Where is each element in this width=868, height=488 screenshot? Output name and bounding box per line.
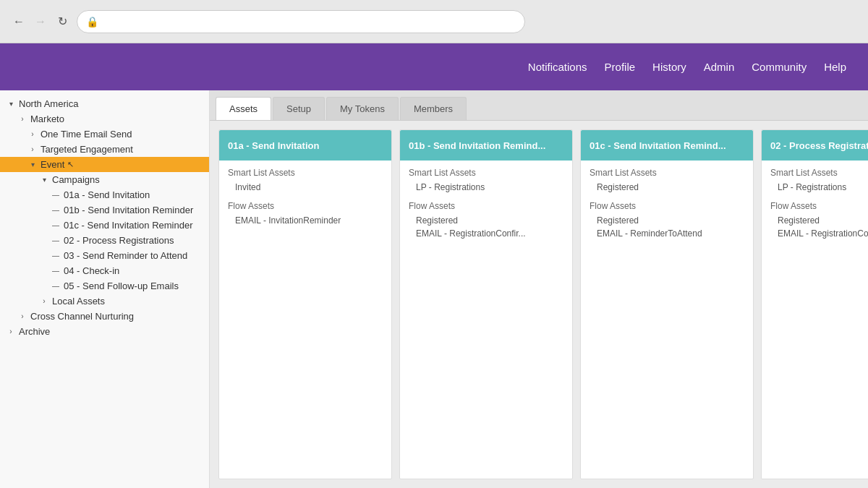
tab-members[interactable]: Members xyxy=(400,97,467,120)
app-header: NotificationsProfileHistoryAdminCommunit… xyxy=(0,43,868,90)
sidebar-label-01b: 01b - Send Invitation Reminder xyxy=(64,205,193,215)
toggle-icon-one-time-email: › xyxy=(27,129,38,140)
sidebar-item-03[interactable]: —03 - Send Reminder to Attend xyxy=(0,248,209,263)
card-item: EMAIL - InvitationReminder xyxy=(228,214,383,227)
card-item: Registered xyxy=(590,214,744,227)
sidebar: ▾North America›Marketo›One Time Email Se… xyxy=(0,90,210,488)
sidebar-item-cross-channel[interactable]: ›Cross Channel Nurturing xyxy=(0,309,209,324)
toggle-icon-cross-channel: › xyxy=(17,312,27,322)
lock-icon: 🔒 xyxy=(86,16,98,27)
card-item: LP - Registrations xyxy=(409,181,563,194)
card-item: LP - Registrations xyxy=(770,181,868,194)
sidebar-item-archive[interactable]: ›Archive xyxy=(0,324,209,339)
toggle-icon-marketo: › xyxy=(17,114,27,124)
sidebar-item-local-assets[interactable]: ›Local Assets xyxy=(0,294,209,309)
card-header-card-01b: 01b - Send Invitation Remind... xyxy=(400,130,572,160)
sidebar-label-01c: 01c - Send Invitation Reminder xyxy=(64,220,192,231)
cards-area: 01a - Send InvitationSmart List AssetsIn… xyxy=(210,121,868,488)
card-header-card-01a: 01a - Send Invitation xyxy=(219,130,391,160)
card-body-card-01a: Smart List AssetsInvitedFlow AssetsEMAIL… xyxy=(219,160,391,234)
header-nav-community[interactable]: Community xyxy=(752,61,807,73)
browser-chrome: ← → ↻ 🔒 xyxy=(0,0,868,43)
header-nav-profile[interactable]: Profile xyxy=(605,61,636,73)
card-card-02: 02 - Process RegistrationSmart List Asse… xyxy=(761,129,868,479)
card-body-card-01b: Smart List AssetsLP - RegistrationsFlow … xyxy=(400,160,572,247)
sidebar-label-local-assets: Local Assets xyxy=(52,296,105,307)
section-title: Smart List Assets xyxy=(409,168,563,178)
tab-setup[interactable]: Setup xyxy=(273,97,325,120)
toggle-icon-event: ▾ xyxy=(27,160,38,170)
sidebar-item-campaigns[interactable]: ▾Campaigns xyxy=(0,172,209,187)
sidebar-item-one-time-email[interactable]: ›One Time Email Send xyxy=(0,127,209,142)
card-card-01a: 01a - Send InvitationSmart List AssetsIn… xyxy=(218,129,392,479)
sidebar-label-cross-channel: Cross Channel Nurturing xyxy=(30,311,134,322)
section-title: Smart List Assets xyxy=(590,168,744,178)
sidebar-label-marketo: Marketo xyxy=(30,114,64,124)
section-title: Flow Assets xyxy=(770,201,868,211)
toggle-icon-03: — xyxy=(51,251,61,261)
content-area: AssetsSetupMy TokensMembers 01a - Send I… xyxy=(210,90,868,488)
url-bar[interactable]: 🔒 xyxy=(77,10,525,33)
main-layout: ▾North America›Marketo›One Time Email Se… xyxy=(0,90,868,488)
sidebar-item-targeted-engagement[interactable]: ›Targeted Engagement xyxy=(0,142,209,157)
sidebar-item-01b[interactable]: —01b - Send Invitation Reminder xyxy=(0,202,209,218)
toggle-icon-targeted-engagement: › xyxy=(27,145,38,155)
sidebar-label-one-time-email: One Time Email Send xyxy=(41,129,132,140)
toggle-icon-01a: — xyxy=(51,190,61,200)
header-nav-admin[interactable]: Admin xyxy=(704,61,735,73)
card-item: Registered xyxy=(409,214,563,227)
card-item: Invited xyxy=(228,181,383,194)
tab-assets[interactable]: Assets xyxy=(216,97,271,120)
forward-button[interactable]: → xyxy=(33,14,48,29)
tab-my-tokens[interactable]: My Tokens xyxy=(326,97,399,120)
sidebar-label-04: 04 - Check-in xyxy=(64,265,119,276)
sidebar-label-archive: Archive xyxy=(19,326,50,337)
card-body-card-01c: Smart List AssetsRegisteredFlow AssetsRe… xyxy=(581,160,753,247)
toggle-icon-05: — xyxy=(51,281,61,291)
toggle-icon-04: — xyxy=(51,266,61,276)
back-button[interactable]: ← xyxy=(12,14,26,29)
card-item: EMAIL - ReminderToAttend xyxy=(590,227,744,240)
tabs-bar: AssetsSetupMy TokensMembers xyxy=(210,90,868,121)
sidebar-item-01c[interactable]: —01c - Send Invitation Reminder xyxy=(0,218,209,233)
sidebar-item-marketo[interactable]: ›Marketo xyxy=(0,111,209,127)
card-header-card-01c: 01c - Send Invitation Remind... xyxy=(581,130,753,160)
sidebar-item-event[interactable]: ▾Event↖ xyxy=(0,157,209,172)
card-card-01b: 01b - Send Invitation Remind...Smart Lis… xyxy=(399,129,573,479)
section-title: Smart List Assets xyxy=(770,168,868,178)
section-title: Smart List Assets xyxy=(228,168,383,178)
header-nav-notifications[interactable]: Notifications xyxy=(528,61,587,73)
sidebar-label-03: 03 - Send Reminder to Attend xyxy=(64,250,187,261)
sidebar-item-north-america[interactable]: ▾North America xyxy=(0,96,209,111)
card-card-01c: 01c - Send Invitation Remind...Smart Lis… xyxy=(580,129,754,479)
card-item: Registered xyxy=(770,214,868,227)
card-item: EMAIL - RegistrationConfir... xyxy=(409,227,563,240)
header-nav-help[interactable]: Help xyxy=(824,61,846,73)
card-item: Registered xyxy=(590,181,744,194)
section-title: Flow Assets xyxy=(590,201,744,211)
toggle-icon-archive: › xyxy=(6,327,16,337)
sidebar-label-event: Event xyxy=(41,159,64,170)
sidebar-label-targeted-engagement: Targeted Engagement xyxy=(41,144,133,155)
section-title: Flow Assets xyxy=(228,201,383,211)
sidebar-item-02[interactable]: —02 - Process Registrations xyxy=(0,233,209,248)
toggle-icon-01b: — xyxy=(51,205,61,215)
toggle-icon-north-america: ▾ xyxy=(6,99,16,109)
sidebar-item-01a[interactable]: —01a - Send Invitation xyxy=(0,187,209,202)
sidebar-label-01a: 01a - Send Invitation xyxy=(64,189,150,200)
card-header-card-02: 02 - Process Registration xyxy=(762,130,868,160)
sidebar-item-05[interactable]: —05 - Send Follow-up Emails xyxy=(0,278,209,294)
card-body-card-02: Smart List AssetsLP - RegistrationsFlow … xyxy=(762,160,868,247)
card-item: EMAIL - RegistrationConfir... xyxy=(770,227,868,240)
sidebar-item-04[interactable]: —04 - Check-in xyxy=(0,263,209,278)
sidebar-label-02: 02 - Process Registrations xyxy=(64,235,174,246)
refresh-button[interactable]: ↻ xyxy=(55,14,69,29)
sidebar-label-05: 05 - Send Follow-up Emails xyxy=(64,281,179,291)
toggle-icon-local-assets: › xyxy=(39,296,49,307)
sidebar-label-north-america: North America xyxy=(19,98,78,109)
section-title: Flow Assets xyxy=(409,201,563,211)
toggle-icon-01c: — xyxy=(51,221,61,231)
header-nav-history[interactable]: History xyxy=(652,61,686,73)
toggle-icon-02: — xyxy=(51,236,61,246)
toggle-icon-campaigns: ▾ xyxy=(39,175,49,185)
